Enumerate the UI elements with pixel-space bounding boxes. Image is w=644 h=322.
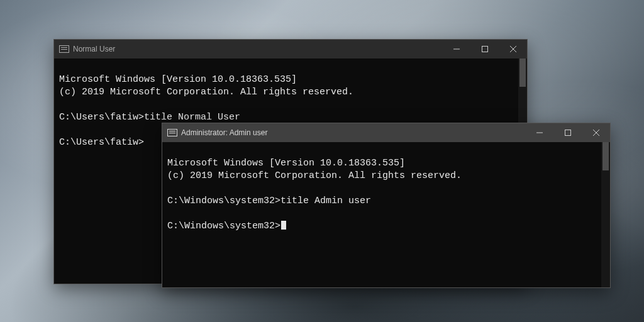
titlebar[interactable]: Normal User — [54, 40, 527, 58]
titlebar[interactable]: Administrator: Admin user — [162, 123, 610, 142]
terminal-prompt: C:\Windows\system32> — [167, 221, 280, 231]
window-controls — [442, 40, 527, 58]
close-button[interactable] — [499, 40, 527, 58]
terminal-line: (c) 2019 Microsoft Corporation. All righ… — [59, 87, 353, 97]
svg-rect-1 — [482, 47, 487, 52]
terminal-line: Microsoft Windows [Version 10.0.18363.53… — [167, 158, 405, 169]
svg-rect-5 — [565, 130, 570, 136]
text-cursor — [281, 221, 286, 230]
maximize-button[interactable] — [470, 40, 499, 58]
terminal-line: (c) 2019 Microsoft Corporation. All righ… — [167, 170, 462, 181]
scrollbar-thumb[interactable] — [519, 58, 526, 87]
terminal-line: C:\Users\fatiw>title Normal User — [59, 112, 240, 123]
terminal-line: Microsoft Windows [Version 10.0.18363.53… — [59, 74, 297, 85]
minimize-button[interactable] — [525, 123, 553, 142]
window-controls — [525, 123, 610, 142]
cmd-icon — [167, 129, 177, 136]
minimize-button[interactable] — [442, 40, 470, 58]
terminal-line: C:\Windows\system32>title Admin user — [167, 196, 371, 206]
close-button[interactable] — [582, 123, 610, 142]
terminal-prompt: C:\Users\fatiw> — [59, 137, 144, 148]
scrollbar-thumb[interactable] — [602, 142, 609, 170]
cmd-window-admin-user[interactable]: Administrator: Admin user Microsoft Wind… — [162, 123, 611, 288]
maximize-button[interactable] — [553, 123, 582, 142]
window-title: Normal User — [73, 45, 442, 53]
scrollbar[interactable] — [601, 142, 610, 287]
cmd-icon — [59, 45, 69, 53]
terminal-body[interactable]: Microsoft Windows [Version 10.0.18363.53… — [162, 142, 610, 287]
window-title: Administrator: Admin user — [181, 128, 525, 137]
